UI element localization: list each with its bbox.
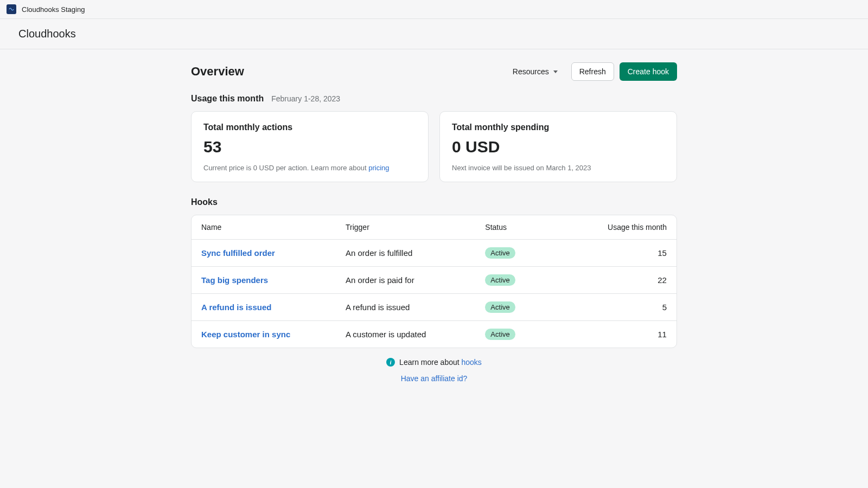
- top-bar: Cloudhooks Staging: [0, 0, 868, 19]
- total-actions-card: Total monthly actions 53 Current price i…: [191, 111, 429, 182]
- hook-usage: 11: [578, 330, 667, 339]
- total-spending-card: Total monthly spending 0 USD Next invoic…: [439, 111, 677, 182]
- hook-name-link[interactable]: A refund is issued: [201, 303, 271, 312]
- hook-trigger: A refund is issued: [346, 303, 485, 312]
- hooks-section-title: Hooks: [191, 197, 218, 207]
- pricing-link[interactable]: pricing: [368, 164, 389, 172]
- header-title: Cloudhooks: [18, 28, 850, 40]
- status-badge: Active: [485, 274, 515, 286]
- total-actions-footnote: Current price is 0 USD per action. Learn…: [203, 164, 416, 172]
- affiliate-link[interactable]: Have an affiliate id?: [401, 374, 468, 383]
- hook-trigger: An order is fulfilled: [346, 248, 485, 258]
- learn-more-text: Learn more about hooks: [399, 358, 482, 367]
- status-badge: Active: [485, 329, 515, 340]
- hook-usage: 15: [578, 248, 667, 258]
- main-content: Overview Resources Refresh Create hook U…: [174, 49, 694, 404]
- info-icon: i: [386, 358, 395, 367]
- resources-label: Resources: [513, 67, 549, 76]
- page-title: Overview: [191, 65, 244, 79]
- hook-usage: 22: [578, 275, 667, 285]
- table-row: A refund is issuedA refund is issuedActi…: [192, 293, 676, 320]
- col-header-name: Name: [201, 223, 346, 232]
- total-spending-footnote: Next invoice will be issued on March 1, …: [452, 164, 665, 172]
- hook-name-link[interactable]: Keep customer in sync: [201, 330, 290, 339]
- hook-name-link[interactable]: Tag big spenders: [201, 275, 268, 285]
- learn-more-row: i Learn more about hooks: [191, 358, 677, 367]
- page-actions: Resources Refresh Create hook: [505, 62, 677, 81]
- app-logo-icon: [7, 4, 16, 14]
- total-actions-value: 53: [203, 138, 416, 156]
- table-header-row: Name Trigger Status Usage this month: [192, 215, 676, 239]
- page-header: Overview Resources Refresh Create hook: [191, 62, 677, 81]
- total-actions-title: Total monthly actions: [203, 123, 416, 132]
- status-badge: Active: [485, 301, 515, 313]
- create-hook-button[interactable]: Create hook: [620, 62, 677, 81]
- hooks-table: Name Trigger Status Usage this month Syn…: [191, 215, 677, 348]
- usage-section-header: Usage this month February 1-28, 2023: [191, 94, 677, 104]
- status-badge: Active: [485, 247, 515, 259]
- col-header-status: Status: [485, 223, 578, 232]
- learn-more-prefix: Learn more about: [399, 358, 461, 367]
- refresh-button[interactable]: Refresh: [571, 62, 614, 81]
- header-bar: Cloudhooks: [0, 19, 868, 49]
- hook-usage: 5: [578, 303, 667, 312]
- usage-date-range: February 1-28, 2023: [271, 94, 340, 103]
- affiliate-row: Have an affiliate id?: [191, 374, 677, 383]
- hook-name-link[interactable]: Sync fulfilled order: [201, 248, 275, 258]
- hook-trigger: A customer is updated: [346, 330, 485, 339]
- hooks-section-header: Hooks: [191, 197, 677, 207]
- top-bar-app-name: Cloudhooks Staging: [22, 5, 85, 14]
- table-row: Sync fulfilled orderAn order is fulfille…: [192, 239, 676, 266]
- col-header-usage: Usage this month: [578, 223, 667, 232]
- total-spending-title: Total monthly spending: [452, 123, 665, 132]
- total-spending-value: 0 USD: [452, 138, 665, 156]
- total-actions-footnote-text: Current price is 0 USD per action. Learn…: [203, 164, 368, 172]
- hooks-doc-link[interactable]: hooks: [462, 358, 482, 367]
- resources-dropdown[interactable]: Resources: [505, 62, 566, 81]
- table-row: Tag big spendersAn order is paid forActi…: [192, 266, 676, 293]
- hook-trigger: An order is paid for: [346, 275, 485, 285]
- chevron-down-icon: [553, 70, 558, 73]
- usage-cards: Total monthly actions 53 Current price i…: [191, 111, 677, 182]
- col-header-trigger: Trigger: [346, 223, 485, 232]
- usage-section-title: Usage this month: [191, 94, 264, 104]
- table-row: Keep customer in syncA customer is updat…: [192, 320, 676, 348]
